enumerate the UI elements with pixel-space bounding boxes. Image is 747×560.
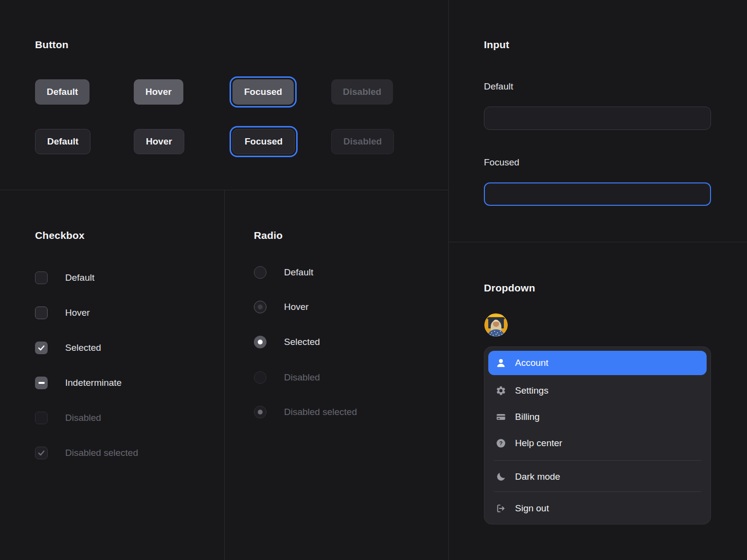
input-focused-field[interactable] [484,182,711,206]
checkbox-disabled-label: Disabled [65,413,101,423]
checkbox-default[interactable] [35,271,48,284]
radio-dot [258,410,263,415]
menu-item-label: Dark mode [515,471,560,482]
radio-disabled [254,371,267,384]
input-default-field[interactable] [484,107,711,130]
input-section-title: Input [484,39,509,51]
input-default-label: Default [484,81,513,92]
checkbox-selected[interactable] [35,342,48,354]
dropdown-menu: Account Settings Billing ? Help center D… [484,346,711,524]
checkbox-row-indeterminate: Indeterminate [35,377,122,389]
radio-default[interactable] [254,266,267,279]
radio-disabled-selected-label: Disabled selected [284,407,357,417]
checkbox-hover-label: Hover [65,307,90,318]
component-showcase-page: { "colors": { "background": "#18181b", "… [0,0,747,560]
user-avatar[interactable] [484,313,508,337]
radio-disabled-label: Disabled [284,372,320,383]
radio-disabled-selected [254,406,267,418]
svg-text:?: ? [499,440,503,446]
button-secondary-hover[interactable]: Hover [134,129,184,154]
button-section-title: Button [35,39,69,51]
button-primary-default[interactable]: Default [35,79,89,105]
avatar-image [484,313,508,337]
user-icon [495,357,507,369]
menu-item-billing[interactable]: Billing [488,404,707,430]
indeterminate-dash-icon [38,382,45,384]
radio-default-label: Default [284,267,313,278]
checkbox-row-hover: Hover [35,307,90,319]
menu-item-account[interactable]: Account [488,351,707,375]
button-secondary-disabled: Disabled [331,129,394,154]
menu-item-label: Help center [515,438,562,449]
menu-divider [494,460,701,461]
checkbox-hover[interactable] [35,307,48,319]
checkbox-row-disabled-selected: Disabled selected [35,447,138,459]
menu-item-label: Settings [515,385,549,396]
radio-selected[interactable] [254,336,267,348]
checkbox-row-selected: Selected [35,342,101,354]
radio-hover-label: Hover [284,302,309,312]
menu-item-settings[interactable]: Settings [488,378,707,404]
moon-icon [495,471,507,483]
radio-row-selected: Selected [254,336,320,348]
checkbox-indeterminate-label: Indeterminate [65,378,122,388]
radio-dot [258,305,263,309]
divider-vertical-main [448,0,449,560]
checkbox-disabled [35,412,48,424]
menu-item-sign-out[interactable]: Sign out [488,495,707,522]
button-primary-hover[interactable]: Hover [134,79,183,105]
checkbox-row-disabled: Disabled [35,412,101,424]
radio-row-hover: Hover [254,301,309,313]
input-focused-label: Focused [484,157,519,168]
checkbox-selected-label: Selected [65,343,101,353]
radio-section-title: Radio [254,230,283,241]
credit-card-icon [495,411,507,423]
radio-row-disabled: Disabled [254,371,320,384]
button-primary-disabled: Disabled [331,79,393,105]
radio-row-default: Default [254,266,313,279]
checkbox-indeterminate[interactable] [35,377,48,389]
checkbox-default-label: Default [65,272,94,283]
radio-dot [258,340,263,344]
radio-row-disabled-selected: Disabled selected [254,406,357,418]
menu-item-label: Billing [515,412,540,422]
button-primary-focused[interactable]: Focused [232,79,294,105]
checkbox-disabled-selected-label: Disabled selected [65,448,138,458]
menu-divider [494,491,701,492]
divider-vertical-bottom [224,190,225,560]
checkmark-icon [37,449,46,457]
button-secondary-focused[interactable]: Focused [232,129,295,154]
checkbox-disabled-selected [35,447,48,459]
radio-hover[interactable] [254,301,267,313]
radio-selected-label: Selected [284,337,320,347]
sign-out-icon [495,503,507,514]
checkbox-row-default: Default [35,271,94,284]
menu-item-help-center[interactable]: ? Help center [488,430,707,456]
menu-item-label: Sign out [515,503,549,514]
divider-horizontal-right [448,242,747,242]
menu-item-label: Account [515,358,549,368]
button-secondary-default[interactable]: Default [35,129,90,154]
gear-icon [495,385,507,397]
checkmark-icon [37,343,46,352]
help-icon: ? [495,437,507,449]
menu-item-dark-mode[interactable]: Dark mode [488,464,707,490]
checkbox-section-title: Checkbox [35,230,85,241]
dropdown-section-title: Dropdown [484,282,535,294]
